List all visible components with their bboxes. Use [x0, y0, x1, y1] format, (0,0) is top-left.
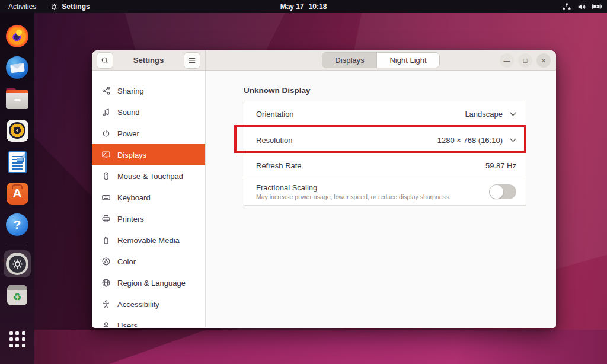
dock-item-help[interactable]: ? [4, 211, 31, 238]
gear-icon [50, 3, 58, 11]
trash-icon: ♻ [7, 285, 27, 305]
displays-panel: Unknown Display Orientation Landscape Re… [206, 71, 556, 327]
show-applications-button[interactable] [4, 325, 31, 353]
dock-item-settings[interactable] [4, 250, 31, 277]
window-controls: — □ × [500, 50, 551, 71]
sidebar-header: Settings [92, 50, 206, 70]
sidebar-item-accessibility[interactable]: Accessibility [92, 293, 205, 315]
minimize-button[interactable]: — [500, 53, 514, 68]
sidebar-item-label: Displays [117, 151, 146, 159]
sidebar-item-keyboard[interactable]: Keyboard [92, 187, 205, 208]
sidebar-item-label: Removable Media [117, 236, 180, 245]
search-button[interactable] [97, 52, 113, 69]
settings-icon [6, 253, 28, 275]
tab-night-light[interactable]: Night Light [376, 53, 439, 68]
toggle-knob [490, 185, 503, 199]
sidebar-item-printers[interactable]: Printers [92, 208, 205, 229]
fractional-scaling-row: Fractional Scaling May increase power us… [244, 178, 526, 205]
battery-icon [592, 3, 602, 10]
refresh-rate-label: Refresh Rate [256, 161, 302, 170]
close-button[interactable]: × [536, 53, 551, 68]
settings-sidebar: Sharing Sound Power Displays [92, 71, 206, 327]
menu-button[interactable] [184, 52, 200, 69]
dock-item-files[interactable] [4, 85, 31, 113]
top-bar: Activities Settings May 17 10:18 [0, 0, 607, 13]
sidebar-item-label: Sound [117, 108, 140, 117]
sidebar-item-sound[interactable]: Sound [92, 101, 205, 123]
clock-time: 10:18 [309, 2, 327, 11]
system-tray[interactable] [563, 0, 602, 13]
display-settings-list: Orientation Landscape Resolution 1280 × … [244, 101, 526, 206]
sidebar-item-color[interactable]: Color [92, 251, 205, 272]
dock-item-libreoffice-writer[interactable] [4, 148, 31, 175]
dock-item-thunderbird[interactable] [4, 54, 31, 81]
sidebar-item-label: Keyboard [117, 193, 151, 202]
activities-button[interactable]: Activities [0, 0, 44, 13]
software-icon: A [7, 183, 28, 205]
chevron-down-icon [510, 138, 516, 142]
sidebar-item-users[interactable]: Users [92, 315, 205, 327]
orientation-row[interactable]: Orientation Landscape [244, 101, 526, 127]
section-title: Unknown Display [244, 86, 526, 95]
app-grid-icon [9, 331, 25, 347]
dock-item-trash[interactable]: ♻ [4, 282, 31, 309]
sidebar-item-mouse-touchpad[interactable]: Mouse & Touchpad [92, 165, 205, 187]
files-icon [6, 91, 28, 109]
dock-item-ubuntu-software[interactable]: A [4, 180, 31, 207]
sidebar-item-region-language[interactable]: Region & Language [92, 272, 205, 293]
app-menu-button[interactable]: Settings [44, 0, 95, 13]
sidebar-item-sharing[interactable]: Sharing [92, 80, 205, 101]
resolution-value: 1280 × 768 (16:10) [437, 136, 503, 145]
settings-window: Settings Displays Night Light — □ × [92, 50, 556, 328]
firefox-icon [6, 25, 28, 47]
sidebar-item-label: Color [117, 257, 136, 266]
main-header: Displays Night Light — □ × [206, 50, 556, 70]
sidebar-item-displays[interactable]: Displays [92, 144, 205, 165]
search-icon [101, 56, 109, 65]
clock[interactable]: May 17 10:18 [280, 0, 327, 13]
dock-item-firefox[interactable] [4, 23, 31, 50]
writer-icon [8, 151, 27, 173]
orientation-value: Landscape [465, 110, 503, 119]
tab-displays[interactable]: Displays [322, 53, 376, 68]
app-menu-label: Settings [62, 2, 90, 11]
dock-separator [7, 245, 27, 245]
window-body: Sharing Sound Power Displays [92, 71, 556, 327]
fractional-scaling-label: Fractional Scaling [256, 183, 451, 192]
clock-date: May 17 [280, 2, 304, 11]
header-bar: Settings Displays Night Light — □ × [92, 50, 556, 71]
view-switcher: Displays Night Light [322, 52, 439, 68]
network-icon [563, 3, 571, 11]
orientation-label: Orientation [256, 110, 294, 119]
sidebar-item-removable-media[interactable]: Removable Media [92, 229, 205, 251]
resolution-label: Resolution [256, 136, 292, 145]
volume-icon [577, 3, 586, 11]
dock-item-rhythmbox[interactable] [4, 117, 31, 144]
sidebar-item-label: Printers [117, 215, 144, 223]
resolution-row[interactable]: Resolution 1280 × 768 (16:10) [244, 127, 526, 152]
fractional-scaling-toggle[interactable] [489, 184, 516, 199]
maximize-button[interactable]: □ [518, 53, 532, 68]
hamburger-icon [188, 57, 196, 64]
dock: A ? ♻ [0, 13, 34, 364]
sidebar-item-label: Sharing [117, 87, 144, 95]
sidebar-item-label: Users [117, 321, 138, 328]
refresh-rate-value: 59.87 Hz [485, 161, 516, 170]
help-icon: ? [6, 213, 28, 236]
chevron-down-icon [510, 112, 516, 116]
thunderbird-icon [6, 56, 28, 79]
window-title: Settings [133, 56, 164, 65]
fractional-scaling-subtitle: May increase power usage, lower speed, o… [256, 193, 451, 200]
sidebar-item-power[interactable]: Power [92, 123, 205, 144]
sidebar-item-label: Mouse & Touchpad [117, 172, 183, 181]
sidebar-item-label: Accessibility [117, 300, 159, 309]
refresh-rate-row: Refresh Rate 59.87 Hz [244, 152, 526, 178]
sidebar-item-label: Region & Language [117, 279, 186, 288]
gear-icon [12, 258, 23, 270]
sidebar-item-label: Power [117, 129, 139, 138]
rhythmbox-icon [7, 120, 28, 142]
